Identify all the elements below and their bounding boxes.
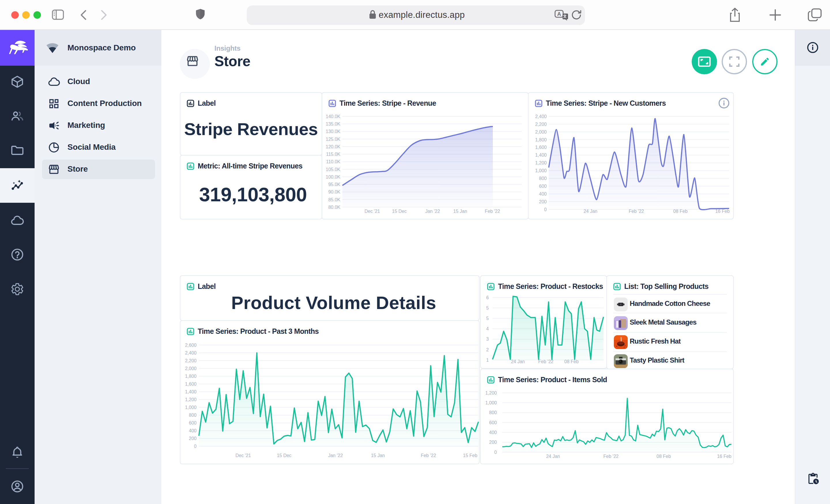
- svg-text:1,400: 1,400: [185, 390, 196, 394]
- svg-text:110.0K: 110.0K: [326, 159, 340, 164]
- svg-text:Feb '22: Feb '22: [604, 454, 619, 459]
- svg-text:Jan '22: Jan '22: [425, 209, 440, 214]
- svg-text:600: 600: [489, 420, 497, 425]
- svg-text:24 Jan: 24 Jan: [583, 209, 598, 214]
- svg-text:15 Feb: 15 Feb: [463, 453, 477, 458]
- svg-text:5: 5: [486, 316, 489, 321]
- svg-text:1,000: 1,000: [485, 400, 497, 405]
- svg-text:16 Feb: 16 Feb: [717, 454, 731, 459]
- svg-text:600: 600: [539, 184, 547, 189]
- svg-text:08 Feb: 08 Feb: [673, 209, 688, 214]
- svg-text:400: 400: [489, 430, 497, 435]
- svg-text:Feb '22: Feb '22: [421, 453, 436, 458]
- svg-text:80.0K: 80.0K: [328, 205, 340, 210]
- svg-text:100.0K: 100.0K: [326, 174, 340, 179]
- svg-text:A: A: [557, 11, 561, 17]
- svg-text:0: 0: [194, 444, 196, 449]
- svg-text:200: 200: [539, 199, 547, 204]
- svg-text:0: 0: [494, 450, 497, 455]
- svg-text:1,600: 1,600: [185, 381, 196, 387]
- svg-text:105.0K: 105.0K: [326, 167, 340, 172]
- svg-text:15 Dec: 15 Dec: [277, 453, 292, 458]
- svg-text:2,200: 2,200: [185, 358, 196, 363]
- svg-text:2,600: 2,600: [185, 343, 196, 348]
- svg-text:5: 5: [486, 306, 489, 310]
- svg-text:135.0K: 135.0K: [326, 122, 340, 127]
- svg-text:140.0K: 140.0K: [326, 114, 340, 119]
- svg-text:1,400: 1,400: [535, 153, 547, 158]
- svg-text:95.0K: 95.0K: [328, 182, 340, 187]
- svg-text:125.0K: 125.0K: [326, 137, 340, 142]
- svg-text:2,400: 2,400: [185, 350, 196, 356]
- svg-text:6: 6: [486, 295, 489, 300]
- svg-text:200: 200: [489, 440, 497, 445]
- svg-text:24 Jan: 24 Jan: [546, 454, 560, 459]
- svg-text:1,200: 1,200: [535, 160, 547, 165]
- svg-text:1,200: 1,200: [185, 397, 196, 402]
- svg-text:1,000: 1,000: [185, 405, 196, 410]
- svg-text:2,000: 2,000: [535, 130, 547, 134]
- svg-text:2,000: 2,000: [185, 366, 196, 371]
- svg-text:2: 2: [486, 347, 489, 352]
- svg-text:90.0K: 90.0K: [328, 190, 340, 194]
- svg-text:Feb '22: Feb '22: [629, 209, 644, 214]
- svg-text:1,800: 1,800: [185, 374, 196, 379]
- svg-text:130.0K: 130.0K: [326, 129, 340, 134]
- svg-text:15 Dec: 15 Dec: [392, 209, 407, 214]
- svg-text:3: 3: [486, 337, 489, 342]
- svg-text:115.0K: 115.0K: [326, 152, 340, 157]
- svg-text:1,800: 1,800: [535, 137, 547, 142]
- svg-text:Jan '22: Jan '22: [328, 453, 343, 458]
- svg-text:85.0K: 85.0K: [328, 197, 340, 202]
- svg-text:120.0K: 120.0K: [326, 144, 340, 149]
- svg-text:1,200: 1,200: [485, 391, 497, 396]
- svg-text:1,600: 1,600: [535, 145, 547, 150]
- svg-text:16 Feb: 16 Feb: [715, 209, 730, 214]
- svg-text:08 Feb: 08 Feb: [657, 454, 671, 459]
- svg-text:Dec '21: Dec '21: [235, 453, 251, 458]
- svg-text:0: 0: [544, 207, 547, 212]
- svg-text:15 Jan: 15 Jan: [453, 209, 467, 214]
- svg-text:400: 400: [189, 428, 196, 433]
- svg-text:800: 800: [189, 413, 196, 417]
- svg-text:Dec '21: Dec '21: [364, 209, 380, 214]
- svg-text:15 Jan: 15 Jan: [371, 453, 385, 458]
- svg-text:200: 200: [189, 436, 196, 441]
- svg-text:1,000: 1,000: [535, 168, 547, 173]
- svg-text:Feb '22: Feb '22: [485, 209, 500, 214]
- svg-text:4: 4: [486, 326, 489, 331]
- svg-text:2,400: 2,400: [535, 114, 547, 119]
- svg-text:1: 1: [486, 358, 489, 363]
- svg-text:400: 400: [539, 192, 547, 196]
- svg-text:2,200: 2,200: [535, 122, 547, 127]
- svg-text:800: 800: [539, 176, 547, 181]
- svg-text:800: 800: [489, 410, 497, 415]
- svg-text:600: 600: [189, 421, 196, 425]
